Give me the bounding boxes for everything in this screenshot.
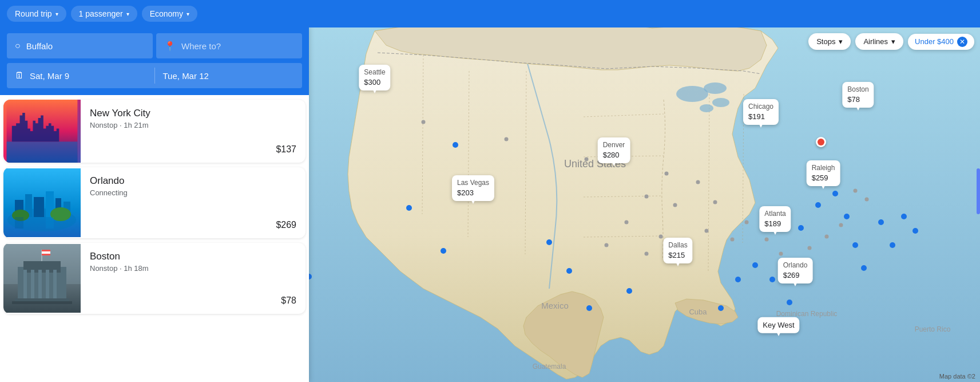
map-dot-19[interactable]: [832, 191, 838, 196]
map-dot-26[interactable]: [912, 228, 918, 234]
map-dot-9[interactable]: [626, 288, 632, 294]
map-dot-23[interactable]: [878, 219, 884, 225]
svg-text:Cuba: Cuba: [689, 308, 707, 316]
price-pin-boston[interactable]: Boston $78: [842, 82, 874, 108]
svg-point-31: [704, 82, 727, 94]
result-price-boston: $78: [90, 296, 296, 306]
origin-input[interactable]: ○ Buffalo: [7, 33, 153, 58]
stops-filter-button[interactable]: Stops ▾: [808, 33, 851, 50]
price-pin-keywest[interactable]: Key West: [757, 317, 799, 333]
map-dot-g23[interactable]: [605, 243, 609, 247]
left-panel: ○ Buffalo 📍 Where to? 🗓 Sat, Mar 9 Tue, …: [0, 27, 309, 382]
price-pin-dallas[interactable]: Dallas $215: [663, 238, 692, 263]
map-dot-g5[interactable]: [645, 195, 649, 199]
map-dot-g20[interactable]: [865, 198, 869, 202]
svg-rect-23: [53, 270, 57, 301]
price-pin-orlando[interactable]: Orlando $269: [778, 258, 813, 283]
map-dot-g1[interactable]: [422, 120, 426, 124]
passengers-chevron: ▾: [126, 11, 129, 17]
map-dot-g16[interactable]: [808, 246, 812, 250]
result-detail-nyc: Nonstop · 1h 21m: [90, 121, 296, 129]
map-dot-g13[interactable]: [765, 238, 769, 242]
map-dot-g18[interactable]: [839, 223, 843, 227]
map-dot-8[interactable]: [586, 305, 592, 311]
map-dot-22[interactable]: [861, 265, 867, 271]
svg-point-30: [676, 86, 708, 102]
price-filter-close-button[interactable]: ✕: [957, 37, 967, 47]
result-image-boston: [3, 243, 81, 314]
price-pin-denver[interactable]: Denver $280: [598, 137, 630, 163]
map-dot-18[interactable]: [815, 202, 821, 208]
cabin-class-chevron: ▾: [187, 11, 189, 17]
map-dot-15[interactable]: [769, 277, 775, 282]
map-dot-21[interactable]: [852, 242, 858, 248]
result-image-nyc: [3, 100, 81, 163]
svg-rect-7: [34, 197, 44, 217]
map-dot-g9[interactable]: [713, 200, 717, 204]
result-price-orlando: $269: [90, 220, 296, 230]
map-dot-2[interactable]: [453, 142, 458, 148]
result-card-nyc[interactable]: New York City Nonstop · 1h 21m $137: [3, 100, 305, 163]
price-filter-badge: Under $400 ✕: [908, 34, 974, 50]
top-bar: Round trip ▾ 1 passenger ▾ Economy ▾: [0, 0, 980, 27]
map-dot-16[interactable]: [787, 300, 792, 305]
airlines-filter-label: Airlines: [863, 37, 888, 46]
result-card-orlando[interactable]: Orlando Connecting $269: [3, 167, 305, 238]
result-info-orlando: Orlando Connecting $269: [81, 167, 305, 238]
map-dot-20[interactable]: [844, 214, 850, 219]
map-dot-g3[interactable]: [585, 157, 589, 162]
price-pin-seattle[interactable]: Seattle $300: [359, 65, 390, 90]
svg-rect-20: [31, 270, 34, 301]
search-area: ○ Buffalo 📍 Where to? 🗓 Sat, Mar 9 Tue, …: [0, 27, 309, 95]
price-pin-atlanta[interactable]: Atlanta $189: [759, 206, 791, 232]
price-pin-chicago[interactable]: Chicago $191: [743, 99, 779, 125]
cabin-class-dropdown[interactable]: Economy ▾: [142, 6, 197, 22]
map-dot-g14[interactable]: [779, 252, 783, 256]
svg-rect-22: [46, 270, 49, 301]
map-dot-24[interactable]: [890, 242, 895, 248]
map-dot-13[interactable]: [735, 277, 741, 282]
passengers-dropdown[interactable]: 1 passenger ▾: [71, 6, 137, 22]
map-dot-12[interactable]: [718, 305, 724, 311]
map-dot-g21[interactable]: [645, 252, 649, 256]
main-layout: ○ Buffalo 📍 Where to? 🗓 Sat, Mar 9 Tue, …: [0, 27, 980, 382]
airlines-filter-button[interactable]: Airlines ▾: [855, 33, 903, 50]
round-trip-dropdown[interactable]: Round trip ▾: [7, 6, 66, 22]
result-card-boston[interactable]: Boston Nonstop · 1h 18m $78: [3, 243, 305, 314]
map-area[interactable]: United States Mexico Cuba Guatemala Domi…: [309, 27, 980, 382]
price-pin-raleigh[interactable]: Raleigh $259: [807, 160, 840, 186]
price-pin-lasvegas[interactable]: Las Vegas $203: [452, 175, 494, 201]
map-dot-g8[interactable]: [696, 180, 700, 184]
map-dot-g17[interactable]: [825, 235, 829, 239]
destination-input[interactable]: 📍 Where to?: [156, 33, 302, 58]
map-dot-g22[interactable]: [659, 235, 663, 239]
map-dot-25[interactable]: [901, 214, 907, 219]
map-dot-7[interactable]: [566, 268, 572, 274]
map-dot-g10[interactable]: [705, 229, 709, 233]
svg-text:Guatemala: Guatemala: [533, 363, 566, 371]
map-dot-g19[interactable]: [854, 189, 858, 193]
search-row: ○ Buffalo 📍 Where to?: [7, 33, 302, 58]
date-row[interactable]: 🗓 Sat, Mar 9 Tue, Mar 12: [7, 63, 302, 88]
map-dot-4[interactable]: [441, 248, 446, 254]
map-dot-g6[interactable]: [665, 172, 669, 176]
svg-rect-1: [7, 141, 78, 163]
map-dot-14[interactable]: [752, 262, 758, 268]
map-dot-g4[interactable]: [625, 220, 629, 225]
results-list: New York City Nonstop · 1h 21m $137: [0, 95, 309, 382]
map-dot-6[interactable]: [546, 239, 552, 245]
result-info-boston: Boston Nonstop · 1h 18m $78: [81, 243, 305, 314]
destination-placeholder: Where to?: [181, 41, 221, 51]
map-dot-17[interactable]: [798, 225, 804, 231]
map-dot-g12[interactable]: [745, 220, 749, 225]
map-dot-g7[interactable]: [673, 203, 677, 207]
svg-rect-14: [46, 217, 54, 229]
map-dot-3[interactable]: [406, 205, 412, 211]
map-dot-g2[interactable]: [505, 137, 509, 141]
depart-date-box[interactable]: 🗓 Sat, Mar 9: [7, 63, 154, 88]
result-price-nyc: $137: [90, 144, 296, 155]
svg-rect-25: [12, 301, 72, 304]
svg-text:Puerto Rico: Puerto Rico: [915, 325, 951, 333]
map-dot-g11[interactable]: [731, 238, 735, 242]
return-date-box[interactable]: Tue, Mar 12: [155, 63, 303, 88]
